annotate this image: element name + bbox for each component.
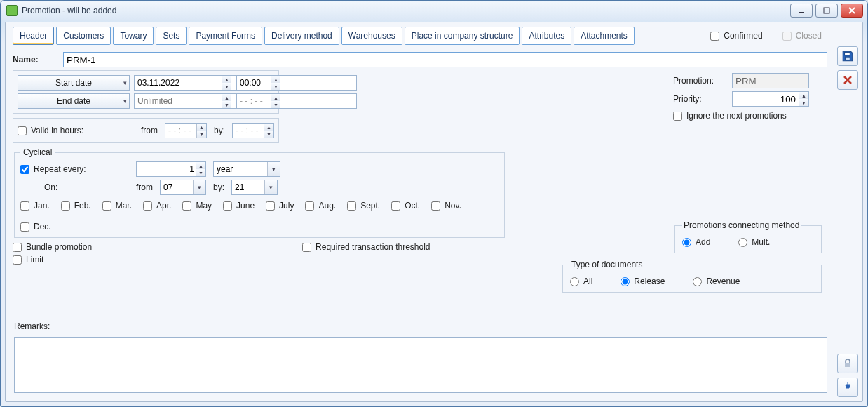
name-input[interactable] [63, 52, 827, 67]
spin-up-icon[interactable]: ▲ [222, 76, 231, 83]
radio-release[interactable]: Release [621, 276, 665, 286]
radio-revenue[interactable]: Revenue [693, 276, 740, 286]
connecting-method-legend: Promotions connecting method [682, 220, 801, 230]
cancel-button[interactable] [837, 70, 858, 90]
checkbox-closed-input [782, 32, 792, 41]
radio-all[interactable]: All [570, 276, 592, 286]
client-area: Header Customers Towary Sets Payment For… [5, 22, 863, 402]
valid-by-label: by: [214, 126, 225, 135]
month-aug[interactable]: Aug. [305, 201, 336, 211]
cyc-from-label: from [136, 182, 153, 192]
tab-header[interactable]: Header [13, 27, 54, 45]
valid-from-label: from [141, 126, 158, 135]
start-date-button[interactable]: Start date▾ [18, 75, 130, 91]
repeat-every-label: Repeat every: [34, 164, 86, 174]
tab-sets[interactable]: Sets [156, 27, 187, 45]
promotion-code-input [732, 73, 809, 88]
month-dec[interactable]: Dec. [20, 222, 51, 232]
close-button[interactable] [841, 4, 863, 18]
ignore-next-checkbox[interactable]: Ignore the next promotions [673, 111, 827, 121]
spin-down-icon[interactable]: ▼ [271, 101, 280, 108]
save-button[interactable] [837, 46, 858, 66]
tab-towary[interactable]: Towary [113, 27, 154, 45]
window-promotion: Promotion - will be added Header Custome… [0, 0, 868, 407]
svg-rect-3 [846, 57, 850, 60]
repeat-unit-select[interactable] [213, 161, 280, 177]
tab-attributes[interactable]: Attributes [522, 27, 571, 45]
checkbox-confirmed-label: Confirmed [724, 31, 762, 41]
radio-add[interactable]: Add [682, 237, 710, 247]
tab-delivery-method[interactable]: Delivery method [264, 27, 339, 45]
valid-in-hours-label: Valid in hours: [31, 126, 83, 135]
priority-label: Priority: [673, 94, 726, 104]
month-nov[interactable]: Nov. [431, 201, 461, 211]
spin-down-icon[interactable]: ▼ [271, 83, 280, 90]
required-threshold-checkbox[interactable]: Required transaction threshold [302, 242, 430, 252]
priority-input[interactable] [732, 91, 809, 107]
tab-warehouses[interactable]: Warehouses [341, 27, 402, 45]
cyc-by-select[interactable] [231, 180, 278, 195]
tab-customers[interactable]: Customers [56, 27, 111, 45]
connecting-method-group: Promotions connecting method Add Mult. [674, 220, 822, 253]
titlebar: Promotion - will be added [1, 1, 867, 20]
type-of-documents-legend: Type of documents [570, 260, 644, 269]
name-label: Name: [13, 55, 57, 65]
pin-button[interactable] [837, 378, 858, 397]
end-time-input[interactable] [236, 93, 357, 109]
month-jan[interactable]: Jan. [20, 201, 50, 211]
spin-down-icon[interactable]: ▼ [222, 101, 231, 108]
limit-checkbox[interactable]: Limit [13, 255, 92, 265]
cyc-from-select[interactable] [160, 180, 206, 195]
end-date-button[interactable]: End date▾ [18, 93, 130, 109]
spin-up-icon[interactable]: ▲ [271, 76, 280, 83]
app-icon [6, 5, 18, 16]
cyclical-legend: Cyclical [20, 147, 55, 157]
month-mar[interactable]: Mar. [102, 201, 132, 211]
start-time-input[interactable] [236, 75, 357, 91]
maximize-button[interactable] [815, 4, 838, 18]
checkbox-confirmed-input[interactable] [710, 32, 719, 41]
tab-payment-forms[interactable]: Payment Forms [189, 27, 262, 45]
svg-rect-4 [845, 363, 850, 367]
on-label: On: [20, 182, 129, 192]
spin-up-icon[interactable]: ▲ [222, 94, 231, 101]
promotion-code-label: Promotion: [673, 76, 726, 86]
cyclical-group: Cyclical Repeat every: ▲▼ [14, 147, 505, 238]
bundle-promotion-checkbox[interactable]: Bundle promotion [13, 242, 92, 252]
lock-button[interactable] [837, 354, 858, 373]
svg-rect-1 [824, 8, 829, 13]
checkbox-closed-label: Closed [796, 31, 822, 41]
start-date-button-label: Start date [55, 78, 92, 88]
spin-down-icon[interactable]: ▼ [222, 83, 231, 90]
checkbox-closed: Closed [782, 31, 822, 41]
month-apr[interactable]: Apr. [143, 201, 171, 211]
month-feb[interactable]: Feb. [61, 201, 91, 211]
months-row: Jan. Feb. Mar. Apr. May June July Aug. S… [20, 201, 499, 232]
remarks-label: Remarks: [14, 321, 50, 331]
month-june[interactable]: June [223, 201, 255, 211]
checkbox-confirmed[interactable]: Confirmed [710, 31, 762, 41]
date-group: Start date▾ ▲▼ ▲▼ End date▾ [13, 70, 279, 114]
repeat-every-checkbox[interactable]: Repeat every: [20, 164, 129, 174]
spin-up-icon[interactable]: ▲ [271, 94, 280, 101]
month-sept[interactable]: Sept. [347, 201, 380, 211]
tab-place-in-company[interactable]: Place in company structure [405, 27, 520, 45]
remarks-textarea[interactable] [14, 337, 827, 393]
valid-in-hours-row: Valid in hours: from ▲▼ by: ▲▼ [13, 118, 279, 143]
end-date-button-label: End date [57, 96, 90, 106]
radio-mult[interactable]: Mult. [738, 237, 770, 247]
month-july[interactable]: July [266, 201, 294, 211]
month-oct[interactable]: Oct. [391, 201, 420, 211]
window-title: Promotion - will be added [22, 6, 116, 15]
valid-in-hours-checkbox[interactable]: Valid in hours: [18, 126, 83, 135]
month-may[interactable]: May [182, 201, 212, 211]
svg-rect-0 [799, 12, 804, 13]
svg-rect-2 [845, 52, 850, 55]
tab-attachments[interactable]: Attachments [574, 27, 635, 45]
minimize-button[interactable] [790, 4, 813, 18]
cyc-by-label: by: [213, 182, 224, 192]
type-of-documents-group: Type of documents All Release Revenue [562, 260, 822, 293]
